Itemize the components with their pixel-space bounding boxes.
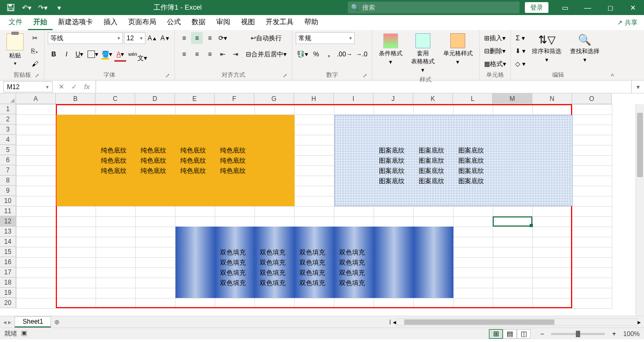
- cell[interactable]: [295, 186, 334, 197]
- cell[interactable]: [56, 217, 96, 227]
- cell[interactable]: [255, 217, 295, 227]
- cell[interactable]: [573, 288, 612, 299]
- cell[interactable]: [96, 258, 136, 268]
- cell[interactable]: [334, 105, 374, 115]
- cell[interactable]: [175, 299, 215, 309]
- cell[interactable]: [573, 115, 612, 125]
- cell[interactable]: [56, 105, 96, 115]
- cell[interactable]: [334, 217, 374, 227]
- cell[interactable]: [56, 227, 96, 237]
- cell[interactable]: [493, 258, 533, 268]
- pinyin-button[interactable]: wén文▾: [127, 48, 148, 60]
- column-header[interactable]: G: [254, 93, 294, 104]
- cell[interactable]: [96, 207, 136, 217]
- cell[interactable]: [533, 258, 573, 268]
- add-sheet-button[interactable]: ⊕: [51, 318, 63, 326]
- cell[interactable]: [96, 288, 136, 299]
- row-header[interactable]: 12: [0, 216, 16, 227]
- cells-area[interactable]: 纯色底纹纯色底纹纯色底纹纯色底纹纯色底纹纯色底纹纯色底纹纯色底纹纯色底纹纯色底纹…: [16, 104, 612, 309]
- page-layout-view-button[interactable]: ▤: [503, 329, 517, 339]
- column-header[interactable]: D: [135, 93, 175, 104]
- sheet-tab[interactable]: Sheet1: [14, 316, 51, 328]
- merge-center-button[interactable]: ⊟ 合并后居中 ▾: [244, 48, 289, 60]
- column-header[interactable]: I: [334, 93, 374, 104]
- cell[interactable]: [573, 145, 612, 156]
- cell[interactable]: [17, 145, 56, 156]
- cell[interactable]: [136, 288, 175, 299]
- row-header[interactable]: 18: [0, 278, 16, 288]
- save-button[interactable]: [3, 0, 18, 15]
- cell[interactable]: [136, 248, 175, 258]
- insert-cells-button[interactable]: ⊞ 插入 ▾: [483, 32, 507, 44]
- decrease-indent-button[interactable]: ⇤: [217, 48, 229, 60]
- page-break-view-button[interactable]: ◫: [517, 329, 531, 339]
- percent-button[interactable]: %: [310, 48, 322, 60]
- borders-button[interactable]: ▾: [86, 48, 99, 60]
- cell[interactable]: [136, 278, 175, 288]
- collapse-ribbon-button[interactable]: ^: [606, 30, 619, 80]
- font-size-combo[interactable]: 12: [124, 32, 145, 44]
- cell[interactable]: [56, 207, 96, 217]
- cell[interactable]: [295, 197, 334, 207]
- font-color-button[interactable]: A▾: [114, 48, 126, 60]
- tab-file[interactable]: 文件: [3, 15, 28, 30]
- row-header[interactable]: 20: [0, 298, 16, 308]
- search-box[interactable]: 🔍: [348, 2, 519, 13]
- cell[interactable]: [96, 105, 136, 115]
- cell[interactable]: [573, 125, 612, 135]
- cell[interactable]: [453, 227, 493, 237]
- column-header[interactable]: B: [56, 93, 96, 104]
- align-middle-button[interactable]: ≡: [191, 32, 203, 44]
- decrease-decimal-button[interactable]: →.0: [355, 48, 369, 60]
- cell[interactable]: [17, 125, 56, 135]
- cell[interactable]: [295, 156, 334, 166]
- cell[interactable]: [17, 237, 56, 248]
- cell[interactable]: [533, 299, 573, 309]
- cell[interactable]: [295, 125, 334, 135]
- row-header[interactable]: 4: [0, 135, 16, 145]
- number-dialog-launcher[interactable]: ⤢: [361, 72, 369, 80]
- tab-formulas[interactable]: 公式: [162, 15, 186, 30]
- cell[interactable]: [573, 176, 612, 186]
- cell[interactable]: [533, 227, 573, 237]
- cell[interactable]: [295, 166, 334, 176]
- zoom-in-button[interactable]: +: [608, 328, 620, 340]
- cell[interactable]: [295, 217, 334, 227]
- orientation-button[interactable]: ⟳▾: [217, 32, 229, 44]
- fill-color-button[interactable]: 🪣▾: [100, 48, 113, 60]
- column-header[interactable]: A: [16, 93, 56, 104]
- decrease-font-button[interactable]: A▼: [159, 32, 171, 44]
- sheet-nav[interactable]: ◂ ▸: [0, 318, 14, 326]
- maximize-button[interactable]: ◻: [599, 0, 621, 15]
- cell[interactable]: [573, 258, 612, 268]
- column-header[interactable]: E: [175, 93, 215, 104]
- row-header[interactable]: 2: [0, 114, 16, 125]
- conditional-format-button[interactable]: 条件格式▾: [376, 32, 406, 67]
- cell[interactable]: [573, 156, 612, 166]
- cell[interactable]: [533, 288, 573, 299]
- row-header[interactable]: 16: [0, 257, 16, 267]
- cell[interactable]: [493, 105, 533, 115]
- cell[interactable]: [533, 248, 573, 258]
- tab-help[interactable]: 帮助: [299, 15, 324, 30]
- cell[interactable]: [56, 278, 96, 288]
- cell[interactable]: [136, 237, 175, 248]
- tab-home[interactable]: 开始: [28, 15, 53, 30]
- cell[interactable]: [215, 207, 255, 217]
- cell[interactable]: [17, 135, 56, 145]
- cell[interactable]: [453, 217, 493, 227]
- row-header[interactable]: 1: [0, 104, 16, 114]
- cell[interactable]: [96, 278, 136, 288]
- cell[interactable]: [453, 299, 493, 309]
- cell[interactable]: [136, 258, 175, 268]
- italic-button[interactable]: I: [61, 48, 72, 60]
- cell[interactable]: [493, 227, 533, 237]
- insert-function-button[interactable]: fx: [80, 81, 93, 93]
- align-center-button[interactable]: ≡: [191, 48, 203, 60]
- cell[interactable]: [573, 278, 612, 288]
- cell[interactable]: [96, 237, 136, 248]
- increase-indent-button[interactable]: ⇥: [230, 48, 241, 60]
- cell[interactable]: [295, 115, 334, 125]
- cell[interactable]: [17, 268, 56, 278]
- cell[interactable]: [136, 268, 175, 278]
